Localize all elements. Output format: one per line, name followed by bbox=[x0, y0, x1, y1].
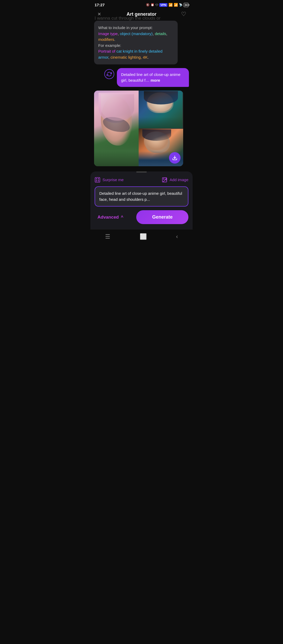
wifi-icon: 📡 bbox=[179, 3, 183, 7]
mute-icon: 🔇 bbox=[146, 3, 150, 7]
svg-point-3 bbox=[98, 179, 99, 179]
bottom-sheet: Surprise me Add image Detailed line art … bbox=[90, 171, 193, 230]
alarm-icon: ⏰ bbox=[151, 3, 154, 7]
page-title: Art generator bbox=[127, 12, 156, 17]
instruction-intro: What to include in your prompt: bbox=[98, 25, 153, 30]
chat-area: What to include in your prompt: Image ty… bbox=[90, 21, 193, 169]
add-image-icon bbox=[162, 177, 167, 183]
signal-icon-2: 📶 bbox=[174, 3, 178, 7]
generate-button[interactable]: Generate bbox=[136, 210, 188, 224]
status-icons: 🔇 ⏰ 🛡 VPN 📶 📶 📡 34 bbox=[146, 3, 188, 7]
tag-details: details bbox=[155, 31, 166, 36]
generated-image-container bbox=[94, 91, 183, 166]
tag-modifiers: modifiers bbox=[98, 37, 114, 42]
prompt-input-text: Detailed line art of close-up anime girl… bbox=[99, 191, 184, 202]
add-image-label: Add image bbox=[170, 177, 188, 182]
for-example-label: For example: bbox=[98, 43, 121, 48]
status-time: 17:27 bbox=[95, 3, 105, 7]
favorite-button[interactable]: ♡ bbox=[179, 11, 188, 18]
svg-point-4 bbox=[96, 181, 97, 181]
shield-icon: 🛡 bbox=[155, 3, 158, 7]
dice-icon bbox=[95, 177, 100, 183]
battery-icon: 34 bbox=[184, 3, 188, 7]
surprise-me-label: Surprise me bbox=[102, 177, 124, 182]
advanced-button[interactable]: Advanced ^ bbox=[95, 211, 133, 224]
more-link[interactable]: more bbox=[150, 78, 160, 82]
back-icon[interactable]: ‹ bbox=[176, 233, 178, 240]
svg-point-2 bbox=[96, 179, 97, 179]
sheet-handle bbox=[136, 171, 147, 173]
nav-bar: ☰ ⬜ ‹ bbox=[90, 229, 193, 245]
tag-object: object (mandatory) bbox=[120, 31, 153, 36]
svg-point-7 bbox=[164, 179, 164, 180]
image-panel-1 bbox=[94, 91, 139, 166]
vpn-badge: VPN bbox=[159, 3, 167, 7]
close-button[interactable]: × bbox=[95, 11, 104, 18]
refresh-button[interactable] bbox=[104, 69, 114, 79]
surprise-me-button[interactable]: Surprise me bbox=[95, 177, 124, 183]
status-bar: 17:27 🔇 ⏰ 🛡 VPN 📶 📶 📡 34 bbox=[90, 0, 193, 9]
instruction-bubble: What to include in your prompt: Image ty… bbox=[94, 21, 178, 64]
chevron-up-icon: ^ bbox=[121, 215, 123, 220]
image-panel-2 bbox=[139, 91, 183, 129]
add-image-button[interactable]: Add image bbox=[162, 177, 188, 183]
signal-icon: 📶 bbox=[168, 3, 173, 7]
user-message-row: Detailed line art of close-up anime girl… bbox=[94, 68, 189, 87]
example-modifiers: cinematic lighting, 4K bbox=[111, 55, 148, 59]
svg-point-5 bbox=[98, 181, 99, 181]
example-portrait: Portrait of bbox=[98, 49, 116, 53]
advanced-label: Advanced bbox=[97, 215, 119, 220]
home-icon[interactable]: ⬜ bbox=[140, 233, 147, 240]
download-button[interactable] bbox=[169, 152, 181, 164]
user-message-bubble: Detailed line art of close-up anime girl… bbox=[117, 68, 189, 87]
tag-image-type: Image type bbox=[98, 31, 118, 36]
sheet-actions: Surprise me Add image bbox=[95, 177, 188, 183]
prompt-input-container[interactable]: Detailed line art of close-up anime girl… bbox=[95, 186, 188, 207]
bottom-buttons: Advanced ^ Generate bbox=[95, 210, 188, 225]
svg-rect-1 bbox=[95, 177, 100, 182]
top-nav: × Art generator ♡ bbox=[90, 9, 193, 21]
menu-icon[interactable]: ☰ bbox=[105, 233, 110, 240]
